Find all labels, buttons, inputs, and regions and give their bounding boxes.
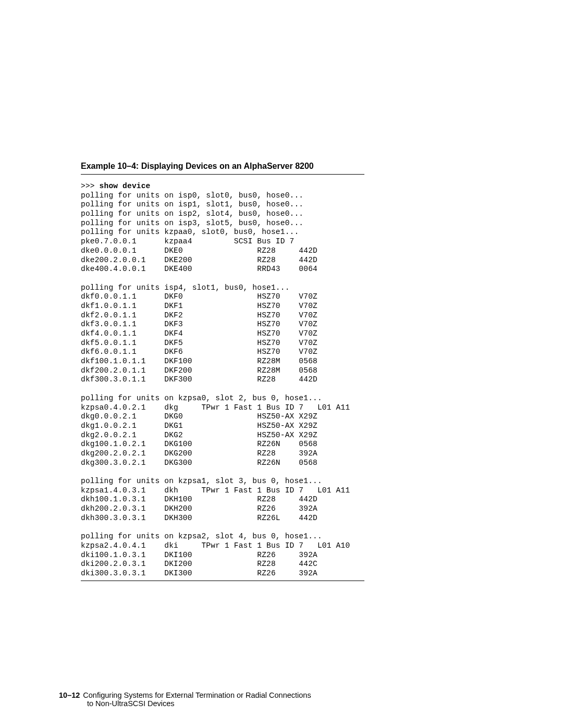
output-line: dki200.2.0.3.1 DKI200 RZ28 442C	[81, 560, 317, 568]
output-line: dkf6.0.0.1.1 DKF6 HSZ70 V70Z	[81, 348, 317, 356]
output-line: dke0.0.0.0.1 DKE0 RZ28 442D	[81, 246, 317, 255]
output-line: dkf0.0.0.1.1 DKF0 HSZ70 V70Z	[81, 292, 317, 301]
output-line: dke400.4.0.0.1 DKE400 RRD43 0064	[81, 265, 317, 273]
output-line: dki300.3.0.3.1 DKI300 RZ26 392A	[81, 569, 317, 577]
prompt: >>>	[81, 182, 100, 190]
output-line: dke200.2.0.0.1 DKE200 RZ28 442D	[81, 256, 317, 264]
output-line: polling for units isp4, slot1, bus0, hos…	[81, 283, 290, 292]
output-line: kzpsa0.4.0.2.1 dkg TPwr 1 Fast 1 Bus ID …	[81, 403, 350, 412]
output-line: dkf3.0.0.1.1 DKF3 HSZ70 V70Z	[81, 320, 317, 328]
output-line: polling for units on kzpsa2, slot 4, bus…	[81, 532, 322, 540]
output-line: pke0.7.0.0.1 kzpaa4 SCSI Bus ID 7	[81, 237, 294, 245]
output-line: kzpsa2.4.0.4.1 dki TPwr 1 Fast 1 Bus ID …	[81, 541, 350, 550]
output-line: dkf1.0.0.1.1 DKF1 HSZ70 V70Z	[81, 302, 317, 310]
output-line: polling for units kzpaa0, slot0, bus0, h…	[81, 228, 299, 236]
output-line: dkg100.1.0.2.1 DKG100 RZ26N 0568	[81, 440, 317, 448]
output-line: polling for units on kzpsa1, slot 3, bus…	[81, 477, 322, 485]
output-line: polling for units on isp2, slot4, bus0, …	[81, 209, 303, 218]
output-line: dkf5.0.0.1.1 DKF5 HSZ70 V70Z	[81, 339, 317, 347]
terminal-output: >>> show device polling for units on isp…	[81, 182, 485, 578]
output-line: dkf4.0.0.1.1 DKF4 HSZ70 V70Z	[81, 329, 317, 338]
page-footer: 10–12Configuring Systems for External Te…	[59, 691, 311, 708]
output-line: dki100.1.0.3.1 DKI100 RZ26 392A	[81, 551, 317, 559]
output-line: dkg2.0.0.2.1 DKG2 HSZ50-AX X29Z	[81, 431, 317, 439]
footer-line1: Configuring Systems for External Termina…	[83, 691, 311, 699]
output-line: dkh200.2.0.3.1 DKH200 RZ26 392A	[81, 504, 317, 513]
output-line: dkg1.0.0.2.1 DKG1 HSZ50-AX X29Z	[81, 422, 317, 430]
output-line: dkf300.3.0.1.1 DKF300 RZ28 442D	[81, 375, 317, 384]
footer-line2: to Non-UltraSCSI Devices	[87, 699, 311, 708]
command: show device	[100, 182, 151, 190]
output-line: dkg200.2.0.2.1 DKG200 RZ28 392A	[81, 449, 317, 458]
title-rule	[81, 174, 364, 175]
output-line: polling for units on isp3, slot5, bus0, …	[81, 219, 303, 227]
output-line: dkf200.2.0.1.1 DKF200 RZ28M 0568	[81, 366, 317, 375]
output-line: polling for units on isp1, slot1, bus0, …	[81, 200, 303, 208]
output-line: kzpsa1.4.0.3.1 dkh TPwr 1 Fast 1 Bus ID …	[81, 486, 350, 495]
page-number: 10–12	[59, 691, 80, 699]
output-line: dkg0.0.0.2.1 DKG0 HSZ50-AX X29Z	[81, 412, 317, 421]
output-line: polling for units on isp0, slot0, bus0, …	[81, 191, 303, 200]
output-line: dkf100.1.0.1.1 DKF100 RZ28M 0568	[81, 357, 317, 365]
output-line: dkh300.3.0.3.1 DKH300 RZ26L 442D	[81, 514, 317, 522]
output-line: dkg300.3.0.2.1 DKG300 RZ26N 0568	[81, 459, 317, 467]
output-line: dkh100.1.0.3.1 DKH100 RZ28 442D	[81, 495, 317, 503]
example-title: Example 10–4: Displaying Devices on an A…	[81, 162, 485, 171]
output-line: dkf2.0.0.1.1 DKF2 HSZ70 V70Z	[81, 311, 317, 319]
output-line: polling for units on kzpsa0, slot 2, bus…	[81, 394, 322, 402]
bottom-rule	[81, 581, 364, 581]
